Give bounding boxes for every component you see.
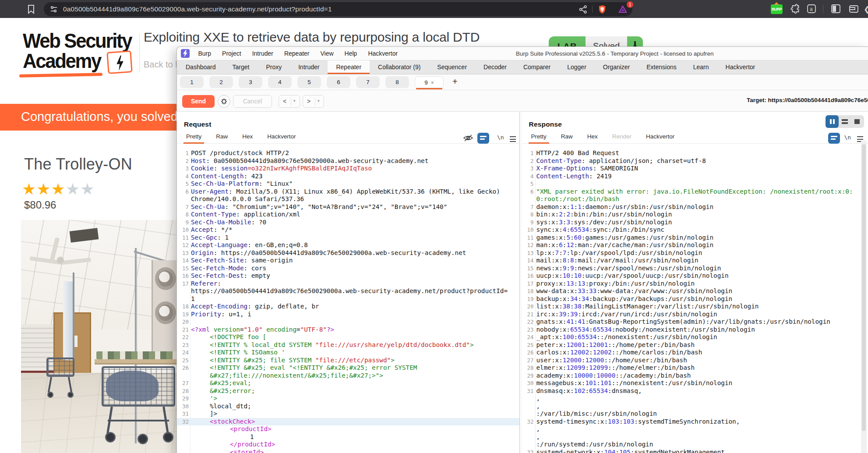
url-text[interactable]: 0a0500b504441d9a809c76e50029000a.web-sec…: [63, 5, 332, 13]
response-line: 6"XML parser exited with error: java.io.…: [522, 188, 868, 196]
tab-extensions[interactable]: Extensions: [638, 60, 685, 74]
response-line: 29academy:x:10000:10000::/academy:/bin/b…: [522, 372, 868, 380]
line-number: 18: [522, 287, 534, 295]
repeater-tab-8[interactable]: 8: [385, 76, 409, 88]
repeater-tab-6[interactable]: 6: [327, 76, 350, 88]
line-number: 11: [177, 234, 189, 242]
tab-comparer[interactable]: Comparer: [515, 60, 559, 74]
tab-sequencer[interactable]: Sequencer: [429, 60, 475, 74]
tab-learn[interactable]: Learn: [685, 60, 717, 74]
extensions-puzzle-icon[interactable]: [790, 4, 800, 14]
line-number: 3: [522, 165, 534, 173]
tab-target[interactable]: Target: [224, 60, 258, 74]
tab-dashboard[interactable]: Dashboard: [177, 60, 224, 74]
view-tab-raw[interactable]: Raw: [560, 130, 574, 143]
view-tab-hackvertor[interactable]: Hackvertor: [266, 130, 296, 143]
request-line: Chrome/140.0.0.0 Safari/537.36: [177, 195, 519, 203]
address-bar[interactable]: 0a0500b504441d9a809c76e50029000a.web-sec…: [44, 2, 632, 16]
brave-rewards-icon[interactable]: [618, 5, 627, 14]
repeater-tab-2[interactable]: 2: [209, 76, 233, 88]
layout-columns-button[interactable]: [826, 115, 839, 128]
menu-intruder[interactable]: Intruder: [247, 50, 279, 57]
settings-gear-button[interactable]: [218, 95, 230, 108]
sidebar-icon[interactable]: [831, 4, 841, 14]
response-scrollbar-thumb[interactable]: [862, 144, 866, 431]
line-number: 17: [522, 280, 534, 288]
response-line: ,: [522, 433, 868, 441]
brave-shield-icon[interactable]: [598, 5, 607, 14]
line-number: 9: [522, 219, 534, 226]
history-back-button[interactable]: <▾: [279, 95, 300, 108]
history-forward-button[interactable]: >▾: [303, 95, 324, 108]
show-newlines-icon[interactable]: \n: [844, 134, 851, 141]
menu-view[interactable]: View: [315, 50, 339, 57]
site-settings-icon[interactable]: [50, 6, 58, 13]
menu-project[interactable]: Project: [217, 50, 247, 57]
tab-collaborator-9-[interactable]: Collaborator (9): [370, 60, 429, 74]
tab-decoder[interactable]: Decoder: [475, 60, 515, 74]
product-price: $80.96: [24, 199, 56, 211]
view-tab-hex[interactable]: Hex: [586, 130, 599, 143]
response-scrollbar[interactable]: [861, 141, 867, 453]
close-tab-icon[interactable]: ×: [431, 80, 434, 86]
menu-help[interactable]: Help: [339, 50, 363, 57]
overflow-chevron-icon[interactable]: ❮: [864, 5, 868, 14]
send-button[interactable]: Send: [182, 95, 215, 108]
show-newlines-icon[interactable]: \n: [497, 134, 504, 141]
wallet-icon[interactable]: [849, 4, 859, 14]
line-number: 28: [522, 364, 534, 372]
new-repeater-tab-button[interactable]: +: [452, 77, 458, 87]
editor-menu-icon[interactable]: [510, 136, 516, 142]
repeater-tab-1[interactable]: 1: [180, 76, 204, 88]
response-line: 16uucp:x:10:10:uucp:/var/spool/uucp:/usr…: [522, 272, 868, 280]
request-line: 14Sec-Fetch-Site: same-origin: [177, 257, 519, 265]
response-editor[interactable]: 1HTTP/2 400 Bad Request2Content-Type: ap…: [522, 149, 868, 453]
burp-extension-icon[interactable]: BURP: [771, 4, 783, 14]
repeater-tab-5[interactable]: 5: [297, 76, 321, 88]
view-tab-render[interactable]: Render: [611, 130, 632, 143]
tab-proxy[interactable]: Proxy: [258, 60, 290, 74]
menu-repeater[interactable]: Repeater: [279, 50, 315, 57]
response-title: Response: [529, 120, 562, 128]
repeater-tabs: 123456789×+: [177, 74, 868, 90]
menu-hackvertor[interactable]: Hackvertor: [363, 50, 403, 57]
menu-burp[interactable]: Burp: [193, 50, 217, 57]
tab-organizer[interactable]: Organizer: [595, 60, 638, 74]
tab-logger[interactable]: Logger: [559, 60, 595, 74]
response-line: 20list:x:38:38:MailingListManager:/var/l…: [522, 303, 868, 311]
tab-repeater[interactable]: Repeater: [328, 60, 370, 74]
layout-rows-button[interactable]: [842, 119, 848, 124]
view-tab-hackvertor[interactable]: Hackvertor: [645, 130, 675, 143]
repeater-tab-4[interactable]: 4: [268, 76, 292, 88]
tab-search-icon[interactable]: a: [807, 4, 816, 14]
wrap-lines-icon[interactable]: [477, 133, 489, 144]
line-number: 26: [177, 364, 189, 372]
view-tab-pretty[interactable]: Pretty: [185, 130, 202, 143]
share-icon[interactable]: [579, 5, 587, 14]
view-tab-pretty[interactable]: Pretty: [530, 130, 547, 143]
repeater-tab-3[interactable]: 3: [239, 76, 262, 88]
product-rating: ★★★★★: [22, 180, 95, 198]
bookmark-icon[interactable]: [27, 4, 35, 14]
view-tab-hex[interactable]: Hex: [241, 130, 254, 143]
request-line: 9Sec-Ch-Ua-Mobile: ?0: [177, 219, 519, 226]
line-number: 12: [522, 241, 534, 249]
logo-text-line2[interactable]: Academy: [23, 49, 101, 73]
cancel-button[interactable]: Cancel: [233, 95, 272, 108]
line-number: 17: [177, 280, 189, 288]
line-number: 29: [177, 395, 189, 403]
request-line: 18Accept-Encoding: gzip, deflate, br: [177, 303, 519, 311]
request-line: 29'>: [177, 395, 519, 403]
repeater-tab-7[interactable]: 7: [356, 76, 380, 88]
layout-single-button[interactable]: [854, 119, 860, 124]
wrap-lines-icon[interactable]: [828, 133, 840, 144]
hide-nonprintable-icon[interactable]: [463, 134, 473, 142]
line-number: 8: [177, 211, 189, 219]
tab-hackvertor[interactable]: Hackvertor: [717, 60, 764, 74]
view-tab-raw[interactable]: Raw: [215, 130, 229, 143]
repeater-tab-9[interactable]: 9×: [415, 76, 444, 88]
tab-intruder[interactable]: Intruder: [290, 60, 328, 74]
request-editor[interactable]: 1POST /product/stock HTTP/22Host: 0a0500…: [177, 149, 519, 453]
request-line: <storeId>: [177, 449, 519, 453]
line-number: 1: [522, 149, 534, 157]
